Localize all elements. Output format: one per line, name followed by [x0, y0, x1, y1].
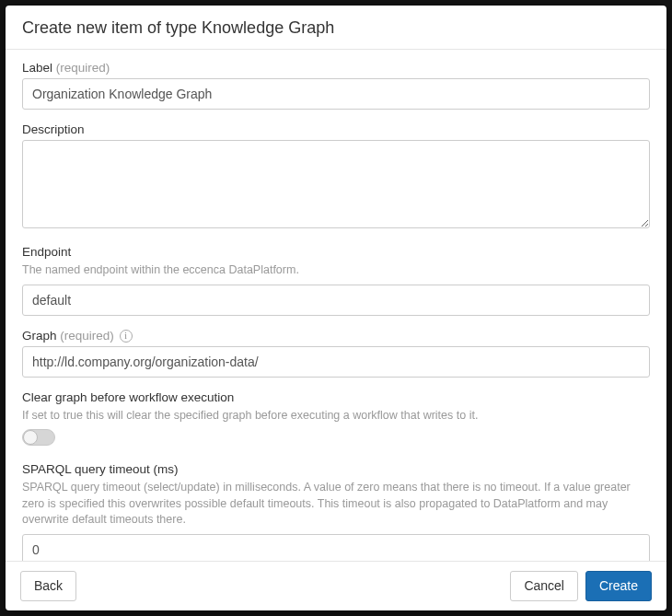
graph-required-hint: (required) — [60, 329, 114, 343]
field-endpoint: Endpoint The named endpoint within the e… — [22, 245, 650, 316]
field-clear-graph: Clear graph before workflow execution If… — [22, 390, 650, 450]
graph-input[interactable] — [22, 346, 650, 378]
field-label: Label (required) — [22, 61, 650, 110]
label-required-hint: (required) — [56, 61, 110, 75]
label-text: Label — [22, 61, 52, 75]
graph-label-text: Graph — [22, 329, 57, 343]
create-item-dialog: Create new item of type Knowledge Graph … — [6, 6, 666, 610]
toggle-knob — [23, 430, 38, 445]
dialog-header: Create new item of type Knowledge Graph — [6, 6, 666, 50]
endpoint-input[interactable] — [22, 285, 650, 316]
clear-graph-help: If set to true this will clear the speci… — [22, 408, 650, 424]
field-graph: Graph (required) i — [22, 329, 650, 378]
label-field-label: Label (required) — [22, 61, 650, 75]
back-button[interactable]: Back — [20, 571, 76, 601]
clear-graph-field-label: Clear graph before workflow execution — [22, 390, 650, 404]
cancel-button[interactable]: Cancel — [510, 571, 578, 601]
create-button[interactable]: Create — [585, 571, 652, 601]
query-timeout-field-label: SPARQL query timeout (ms) — [22, 462, 650, 476]
query-timeout-input[interactable] — [22, 534, 650, 561]
label-input[interactable] — [22, 78, 650, 110]
graph-field-label: Graph (required) i — [22, 329, 650, 343]
description-textarea[interactable] — [22, 140, 650, 228]
query-timeout-help: SPARQL query timeout (select/update) in … — [22, 480, 650, 529]
endpoint-field-label: Endpoint — [22, 245, 650, 259]
endpoint-help: The named endpoint within the eccenca Da… — [22, 262, 650, 279]
dialog-title: Create new item of type Knowledge Graph — [22, 18, 650, 38]
clear-graph-toggle[interactable] — [22, 429, 55, 446]
info-icon[interactable]: i — [120, 330, 133, 343]
field-query-timeout: SPARQL query timeout (ms) SPARQL query t… — [22, 462, 650, 561]
dialog-body[interactable]: Label (required) Description Endpoint Th… — [6, 50, 666, 561]
field-description: Description — [22, 122, 650, 232]
dialog-footer: Back Cancel Create — [6, 561, 666, 610]
description-field-label: Description — [22, 122, 650, 136]
